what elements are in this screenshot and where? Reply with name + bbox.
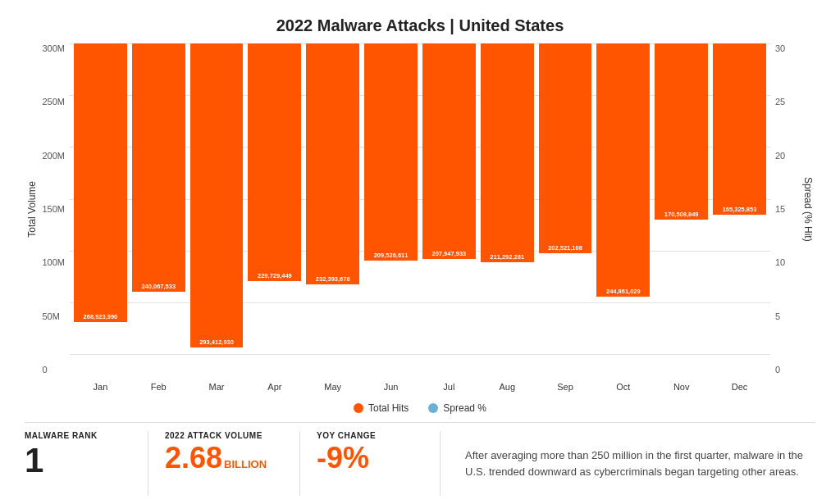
x-label-feb: Feb [132,379,185,399]
volume-value: 2.68 BILLION [165,443,267,473]
volume-label: 2022 ATTACK VOLUME [165,431,267,440]
bar-oct: 244,861,029 [596,43,650,297]
malware-rank-block: MALWARE RANK 1 [25,431,131,496]
chart-inner: 268,923,990240,067,533293,412,930229,729… [70,43,770,399]
y-tick-20: 20 [775,151,785,161]
bar-value-jan: 268,923,990 [84,313,118,320]
bar-jun: 209,526,611 [364,43,418,261]
grid-and-bars: 268,923,990240,067,533293,412,930229,729… [70,43,770,379]
bar-group-may: 232,393,678 [306,43,359,354]
y-tick-5: 5 [775,311,785,321]
bar-value-jun: 209,526,611 [374,252,409,259]
bar-value-oct: 244,861,029 [606,288,641,295]
main-container: 2022 Malware Attacks | United States Tot… [0,0,840,504]
x-label-mar: Mar [190,379,244,399]
bar-group-sep: 202,521,108 [539,43,592,354]
legend-total-hits: Total Hits [354,402,409,414]
attack-volume-block: 2022 ATTACK VOLUME 2.68 BILLION [165,431,283,496]
bar-value-jul: 207,947,933 [432,250,467,257]
bar-sep: 202,521,108 [539,43,592,253]
bar-value-sep: 202,521,108 [548,244,582,252]
y-tick-200m: 200M [42,151,65,161]
rank-label: MALWARE RANK [25,431,115,440]
legend-spread: Spread % [428,402,486,414]
x-label-aug: Aug [481,379,534,399]
x-label-oct: Oct [596,379,650,399]
bar-nov: 170,508,849 [655,43,708,220]
bar-value-feb: 240,067,533 [141,283,176,290]
bar-value-dec: 165,325,853 [723,206,757,213]
stat-description: After averaging more than 250 million in… [457,431,815,496]
x-label-dec: Dec [713,379,766,399]
y-tick-300m: 300M [42,43,65,53]
volume-number: 2.68 [165,443,222,473]
bar-jul: 207,947,933 [422,43,476,259]
legend-orange-dot [354,403,363,413]
y-axis-right-label: Spread (% Hit) [802,177,814,242]
y-tick-250m: 250M [42,97,65,107]
volume-suffix: BILLION [224,459,267,470]
bar-may: 232,393,678 [306,43,359,284]
x-axis: JanFebMarAprMayJunJulAugSepOctNovDec [70,379,770,399]
y-tick-25: 25 [775,97,785,107]
x-label-sep: Sep [539,379,592,399]
rank-value: 1 [25,443,115,478]
bar-value-may: 232,393,678 [316,275,350,283]
yoy-value: -9% [317,443,407,473]
x-label-jan: Jan [74,379,127,399]
bar-value-mar: 293,412,930 [199,338,234,346]
bar-dec: 165,325,853 [713,43,766,215]
bar-mar: 293,412,930 [190,43,244,347]
stat-divider-2 [299,431,300,496]
x-label-apr: Apr [248,379,301,399]
y-tick-50m: 50M [42,311,65,321]
bar-group-jun: 209,526,611 [364,43,418,354]
y-tick-100m: 100M [42,257,65,267]
bar-feb: 240,067,533 [132,43,185,292]
bar-aug: 211,292,281 [481,43,534,262]
bar-group-dec: 165,325,853 [713,43,766,354]
legend-spread-label: Spread % [443,402,486,414]
chart-area: Total Volume 300M 250M 200M 150M 100M 50… [25,43,815,399]
bar-group-feb: 240,067,533 [132,43,185,354]
y-tick-0l: 0 [42,365,65,375]
y-tick-30: 30 [775,43,785,53]
y-axis-left-label: Total Volume [26,181,38,238]
chart-title: 2022 Malware Attacks | United States [25,16,815,35]
bar-group-nov: 170,508,849 [655,43,708,354]
bar-apr: 229,729,449 [248,43,301,281]
bar-group-jan: 268,923,990 [74,43,127,354]
bar-group-oct: 244,861,029 [596,43,650,354]
x-label-jul: Jul [422,379,476,399]
grid-line-0 [70,354,770,355]
bar-jan: 268,923,990 [74,43,127,322]
bar-group-apr: 229,729,449 [248,43,301,354]
legend-blue-dot [428,403,438,413]
stat-divider-1 [148,431,148,496]
x-label-may: May [306,379,359,399]
bottom-stats: MALWARE RANK 1 2022 ATTACK VOLUME 2.68 B… [25,422,815,496]
bar-value-nov: 170,508,849 [664,211,699,218]
y-tick-150m: 150M [42,204,65,214]
yoy-block: YoY CHANGE -9% [317,431,423,496]
bar-value-apr: 229,729,449 [258,272,292,279]
bar-group-mar: 293,412,930 [190,43,244,354]
x-label-nov: Nov [655,379,708,399]
y-tick-15: 15 [775,204,785,214]
bar-group-jul: 207,947,933 [422,43,476,354]
chart-legend: Total Hits Spread % [25,402,815,414]
stat-divider-3 [440,431,441,496]
x-label-jun: Jun [364,379,418,399]
bar-value-aug: 211,292,281 [490,253,524,261]
legend-hits-label: Total Hits [368,402,409,414]
bars-row: 268,923,990240,067,533293,412,930229,729… [70,43,770,354]
y-tick-10: 10 [775,257,785,267]
bar-group-aug: 211,292,281 [481,43,534,354]
y-tick-0r: 0 [775,365,785,375]
yoy-label: YoY CHANGE [317,431,407,440]
